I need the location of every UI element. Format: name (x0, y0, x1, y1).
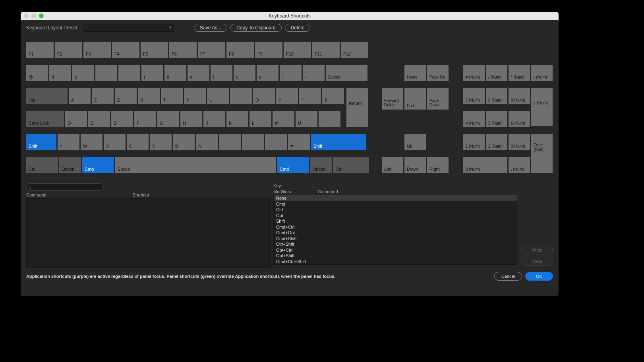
key-section[interactable]: § (164, 65, 186, 81)
modifier-row[interactable]: Cmd+Opt (274, 230, 517, 236)
key-num-7[interactable]: 7 (Num) (463, 88, 485, 104)
key-num-div[interactable]: / (Num) (486, 65, 507, 81)
key-capslock[interactable]: Caps Lock (26, 111, 64, 127)
modifier-row[interactable]: Ctrl (274, 207, 517, 213)
modifier-row[interactable]: Opt (274, 213, 517, 219)
key-m[interactable]: M (273, 111, 294, 127)
key-p[interactable]: P (276, 88, 298, 104)
key-agrave[interactable]: à (257, 65, 278, 81)
key-squote[interactable]: ' (118, 65, 140, 81)
key-option-left[interactable]: Option (59, 157, 81, 173)
key-f10[interactable]: F10 (284, 42, 311, 58)
key-num-mul[interactable]: * (Num) (509, 65, 530, 81)
key-f2[interactable]: F2 (55, 42, 82, 58)
key-delete[interactable]: Delete (326, 65, 367, 81)
key-pagedown[interactable]: Page Down (427, 88, 449, 110)
key-return[interactable]: Return (346, 88, 368, 127)
key-f[interactable]: F (134, 111, 156, 127)
copy-clipboard-button[interactable]: Copy To Clipboard (230, 24, 282, 32)
key-left[interactable]: Left (382, 157, 403, 173)
search-input[interactable]: ⌕ (26, 183, 104, 191)
modifier-row[interactable]: None (274, 195, 517, 201)
key-minus[interactable]: - (303, 65, 325, 81)
key-s[interactable]: S (88, 111, 110, 127)
key-up[interactable]: Up (404, 134, 426, 150)
key-num-0[interactable]: 0 (Num) (463, 157, 507, 173)
key-amp[interactable]: & (49, 65, 71, 81)
key-ugrave[interactable]: Ù (296, 111, 317, 127)
key-f8[interactable]: F8 (226, 42, 254, 58)
key-num-9[interactable]: 9 (Num) (509, 88, 530, 104)
modifier-row[interactable]: Cmd+Ctrl+Shift (274, 259, 517, 265)
key-w[interactable]: W (81, 134, 102, 150)
key-d[interactable]: D (111, 111, 133, 127)
modifier-row[interactable]: Cmd+Shift (274, 236, 517, 242)
preset-select[interactable] (83, 24, 174, 32)
key-eacute[interactable]: é (72, 65, 94, 81)
key-egrave[interactable]: è (188, 65, 209, 81)
key-dquote[interactable]: " (95, 65, 117, 81)
modifier-row[interactable]: Cmd+Ctrl (274, 224, 517, 230)
key-right[interactable]: Right (427, 157, 449, 173)
key-f5[interactable]: F5 (141, 42, 168, 58)
clear-button[interactable]: Clear (521, 257, 553, 266)
key-num-2[interactable]: 2 (Num) (486, 134, 507, 150)
key-colon[interactable]: : (265, 134, 287, 150)
save-as-button[interactable]: Save As... (194, 24, 227, 32)
key-v[interactable]: V (150, 134, 172, 150)
key-shift-right[interactable]: Shift (311, 134, 366, 150)
key-num-4[interactable]: 4 (Num) (463, 111, 485, 127)
modifier-row[interactable]: Opt+Ctrl (274, 247, 517, 253)
key-num-sub[interactable]: - (Num) (531, 65, 553, 81)
key-pageup[interactable]: Page Up (427, 65, 449, 81)
cancel-button[interactable]: Cancel (494, 272, 522, 281)
key-h[interactable]: H (180, 111, 202, 127)
key-shift-left[interactable]: Shift (26, 134, 56, 150)
key-cmd-left[interactable]: Cmd (82, 157, 114, 173)
key-forward-delete[interactable]: Forward Delete (382, 88, 403, 110)
key-down[interactable]: Down (404, 157, 426, 173)
key-f9[interactable]: F9 (255, 42, 282, 58)
key-ccedil[interactable]: ç (234, 65, 255, 81)
key-q[interactable]: Q (65, 111, 87, 127)
key-e[interactable]: E (115, 88, 137, 104)
key-f3[interactable]: F3 (83, 42, 111, 58)
key-tab[interactable]: Tab (26, 88, 68, 104)
key-ctrl-right[interactable]: Ctrl (333, 157, 369, 173)
key-a[interactable]: A (69, 88, 91, 104)
key-g[interactable]: G (157, 111, 179, 127)
key-comma[interactable]: , (219, 134, 241, 150)
key-n[interactable]: N (196, 134, 218, 150)
key-semicolon[interactable]: ; (242, 134, 264, 150)
key-num-dot[interactable]: . (Num) (509, 157, 530, 173)
key-backtick[interactable]: ` (319, 111, 340, 127)
key-dollar[interactable]: $ (322, 88, 344, 104)
key-rparen[interactable]: ) (280, 65, 302, 81)
key-x[interactable]: X (104, 134, 126, 150)
key-num-8[interactable]: 8 (Num) (486, 88, 507, 104)
key-at[interactable]: @ (26, 65, 48, 81)
key-lparen[interactable]: ( (141, 65, 163, 81)
ok-button[interactable]: OK (525, 272, 553, 281)
key-f1[interactable]: F1 (26, 42, 54, 58)
delete-button[interactable]: Delete (285, 24, 311, 32)
key-z[interactable]: Z (92, 88, 114, 104)
key-f11[interactable]: F11 (312, 42, 340, 58)
key-i[interactable]: I (230, 88, 252, 104)
modifier-row[interactable]: Shift (274, 218, 517, 224)
key-l[interactable]: L (249, 111, 271, 127)
undo-button[interactable]: Undo (521, 246, 553, 254)
modifier-row[interactable]: Opt+Shift (274, 253, 517, 259)
key-num-eq[interactable]: = (Num) (463, 65, 485, 81)
key-num-3[interactable]: 3 (Num) (509, 134, 530, 150)
key-end[interactable]: End (404, 88, 426, 110)
key-j[interactable]: J (203, 111, 225, 127)
key-num-enter[interactable]: Enter (Num) (531, 134, 553, 173)
command-list[interactable] (26, 198, 271, 268)
key-u[interactable]: U (207, 88, 229, 104)
key-cmd-right[interactable]: Cmd (277, 157, 309, 173)
key-home[interactable]: Home (404, 65, 426, 81)
key-f6[interactable]: F6 (169, 42, 197, 58)
key-o[interactable]: O (253, 88, 275, 104)
key-k[interactable]: K (226, 111, 248, 127)
